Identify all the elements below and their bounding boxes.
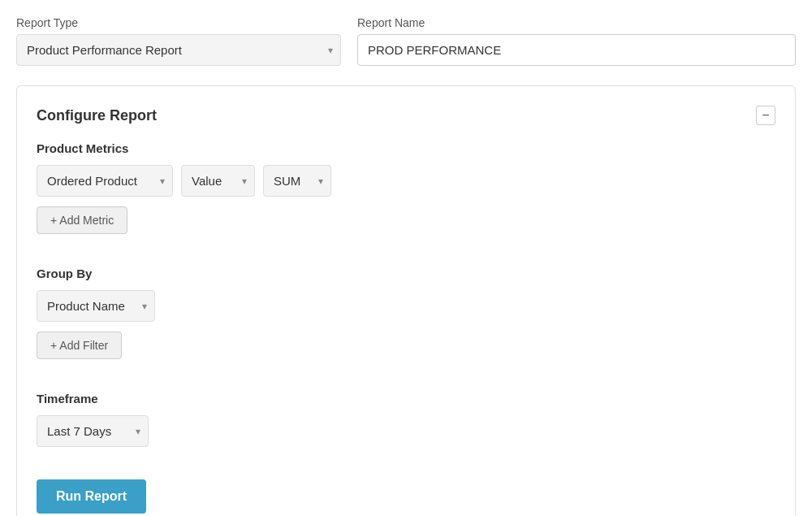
agg-select[interactable]: SUM AVG MAX MIN: [263, 165, 331, 197]
group-by-select-wrapper: Product Name Category SKU ▾: [37, 290, 155, 322]
group-by-label: Group By: [37, 267, 775, 280]
metric-select[interactable]: Ordered Product Shipped Product Returned…: [37, 165, 173, 197]
product-metrics-label: Product Metrics: [37, 141, 775, 155]
group-by-row: Product Name Category SKU ▾: [37, 290, 775, 322]
metric-select-wrapper: Ordered Product Shipped Product Returned…: [37, 165, 173, 197]
report-type-label: Report Type: [16, 16, 341, 29]
configure-header: Configure Report −: [37, 106, 775, 125]
group-by-select[interactable]: Product Name Category SKU: [37, 290, 155, 322]
timeframe-select[interactable]: Last 7 Days Last 14 Days Last 30 Days La…: [37, 415, 149, 447]
report-name-label: Report Name: [357, 16, 796, 29]
report-type-group: Report Type Product Performance Report S…: [16, 16, 341, 66]
configure-report-title: Configure Report: [37, 107, 157, 124]
metrics-row: Ordered Product Shipped Product Returned…: [37, 165, 775, 197]
product-metrics-section: Product Metrics Ordered Product Shipped …: [37, 141, 775, 250]
timeframe-label: Timeframe: [37, 392, 775, 405]
timeframe-section: Timeframe Last 7 Days Last 14 Days Last …: [37, 392, 775, 447]
timeframe-select-wrapper: Last 7 Days Last 14 Days Last 30 Days La…: [37, 415, 149, 447]
value-select[interactable]: Value Units Count: [181, 165, 255, 197]
report-type-select[interactable]: Product Performance Report Sales Report …: [16, 34, 341, 66]
group-by-section: Group By Product Name Category SKU ▾ + A…: [37, 267, 775, 375]
report-name-input[interactable]: [357, 34, 796, 66]
report-name-group: Report Name: [357, 16, 796, 66]
report-type-select-wrapper: Product Performance Report Sales Report …: [16, 34, 341, 66]
configure-report-card: Configure Report − Product Metrics Order…: [16, 85, 796, 516]
add-metric-button[interactable]: + Add Metric: [37, 206, 127, 234]
value-select-wrapper: Value Units Count ▾: [181, 165, 255, 197]
collapse-button[interactable]: −: [756, 106, 775, 125]
run-report-button[interactable]: Run Report: [37, 479, 146, 514]
collapse-icon: −: [762, 109, 769, 122]
agg-select-wrapper: SUM AVG MAX MIN ▾: [263, 165, 331, 197]
add-filter-button[interactable]: + Add Filter: [37, 332, 122, 359]
